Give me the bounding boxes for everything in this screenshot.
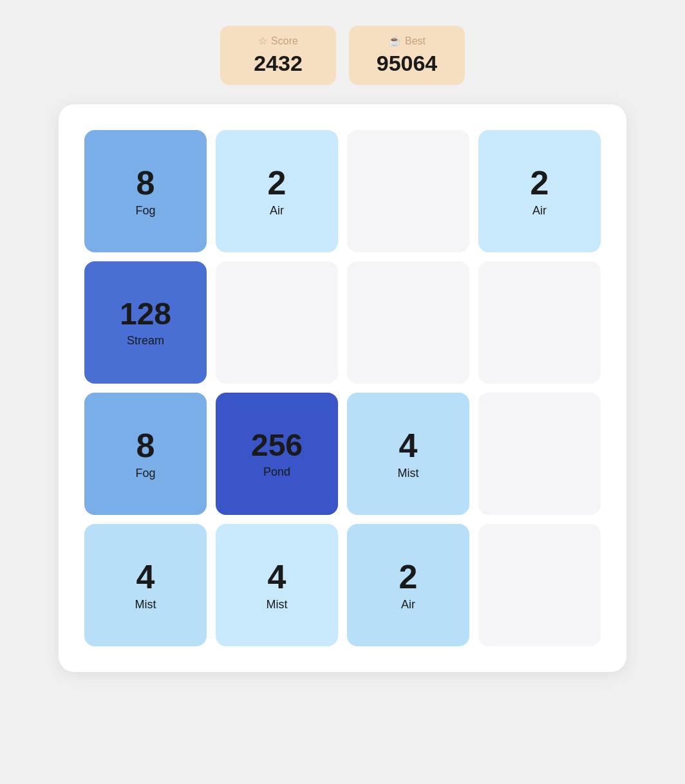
cell-number: 128 xyxy=(120,297,171,331)
score-value: 2432 xyxy=(246,51,310,76)
cell-number: 8 xyxy=(136,165,155,201)
cell-label: Mist xyxy=(398,467,419,480)
game-board-container: 8Fog2Air2Air128Stream8Fog256Pond4Mist4Mi… xyxy=(59,104,626,672)
cell-number: 4 xyxy=(136,559,155,595)
cell-label: Fog xyxy=(135,467,155,480)
grid-cell[interactable] xyxy=(347,130,469,252)
grid-cell[interactable]: 8Fog xyxy=(84,130,207,252)
grid-cell[interactable]: 4Mist xyxy=(84,524,207,646)
cell-number: 256 xyxy=(251,429,303,463)
cell-label: Mist xyxy=(135,598,156,611)
grid-cell[interactable]: 2Air xyxy=(478,130,601,252)
cell-label: Air xyxy=(270,204,284,218)
cell-label: Stream xyxy=(127,334,164,348)
best-label: ☕ Best xyxy=(375,35,439,47)
cell-number: 8 xyxy=(136,427,155,464)
cell-label: Fog xyxy=(135,204,155,218)
grid-cell[interactable] xyxy=(347,261,469,384)
grid-cell[interactable]: 8Fog xyxy=(84,393,207,515)
grid-cell[interactable]: 128Stream xyxy=(84,261,207,384)
cell-number: 2 xyxy=(268,165,286,201)
best-value: 95064 xyxy=(375,51,439,76)
cell-label: Air xyxy=(532,204,547,218)
grid-cell[interactable] xyxy=(478,393,601,515)
grid-cell[interactable]: 2Air xyxy=(216,130,338,252)
grid-cell[interactable]: 4Mist xyxy=(347,393,469,515)
game-grid[interactable]: 8Fog2Air2Air128Stream8Fog256Pond4Mist4Mi… xyxy=(84,130,601,646)
cell-number: 4 xyxy=(268,559,286,595)
cell-label: Pond xyxy=(263,465,290,479)
grid-cell[interactable]: 256Pond xyxy=(216,393,338,515)
cell-number: 2 xyxy=(399,559,418,595)
trophy-icon: ☕ xyxy=(388,35,401,47)
grid-cell[interactable] xyxy=(216,261,338,384)
grid-cell[interactable]: 4Mist xyxy=(216,524,338,646)
grid-cell[interactable] xyxy=(478,261,601,384)
star-icon: ☆ xyxy=(258,35,267,47)
score-label: ☆ Score xyxy=(246,35,310,47)
best-box: ☕ Best 95064 xyxy=(349,26,465,85)
cell-label: Air xyxy=(401,598,415,611)
grid-cell[interactable] xyxy=(478,524,601,646)
cell-number: 4 xyxy=(399,427,418,464)
score-area: ☆ Score 2432 ☕ Best 95064 xyxy=(220,26,465,85)
grid-cell[interactable]: 2Air xyxy=(347,524,469,646)
cell-number: 2 xyxy=(530,165,549,201)
score-box: ☆ Score 2432 xyxy=(220,26,336,85)
cell-label: Mist xyxy=(267,598,288,611)
